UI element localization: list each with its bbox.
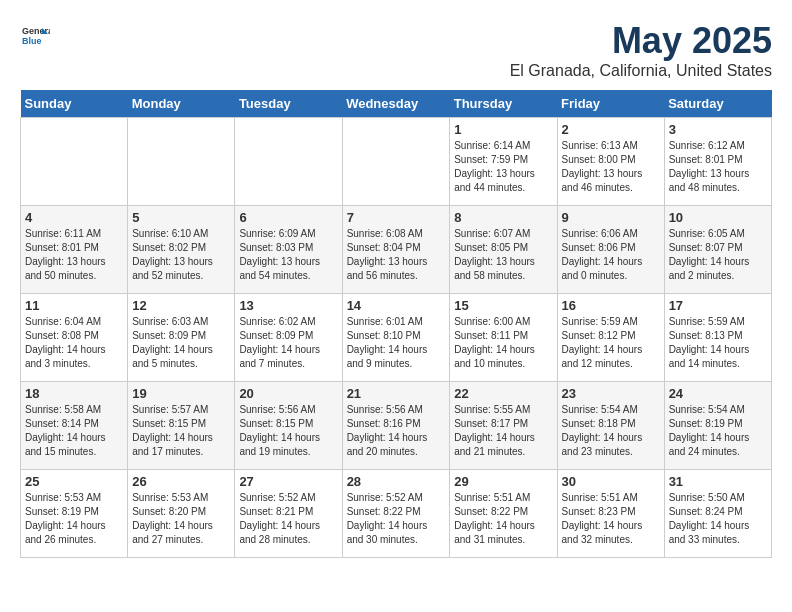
calendar-week-row: 1Sunrise: 6:14 AM Sunset: 7:59 PM Daylig…	[21, 118, 772, 206]
day-number: 11	[25, 298, 123, 313]
calendar-cell: 20Sunrise: 5:56 AM Sunset: 8:15 PM Dayli…	[235, 382, 342, 470]
day-detail: Sunrise: 5:52 AM Sunset: 8:21 PM Dayligh…	[239, 492, 320, 545]
day-number: 26	[132, 474, 230, 489]
day-detail: Sunrise: 6:08 AM Sunset: 8:04 PM Dayligh…	[347, 228, 428, 281]
calendar-cell	[342, 118, 450, 206]
calendar-cell: 14Sunrise: 6:01 AM Sunset: 8:10 PM Dayli…	[342, 294, 450, 382]
day-number: 28	[347, 474, 446, 489]
day-number: 5	[132, 210, 230, 225]
calendar-day-header: Wednesday	[342, 90, 450, 118]
calendar-cell: 1Sunrise: 6:14 AM Sunset: 7:59 PM Daylig…	[450, 118, 557, 206]
calendar-cell: 25Sunrise: 5:53 AM Sunset: 8:19 PM Dayli…	[21, 470, 128, 558]
day-detail: Sunrise: 6:09 AM Sunset: 8:03 PM Dayligh…	[239, 228, 320, 281]
calendar-cell: 28Sunrise: 5:52 AM Sunset: 8:22 PM Dayli…	[342, 470, 450, 558]
calendar-cell: 31Sunrise: 5:50 AM Sunset: 8:24 PM Dayli…	[664, 470, 771, 558]
day-detail: Sunrise: 6:14 AM Sunset: 7:59 PM Dayligh…	[454, 140, 535, 193]
logo-icon: General Blue	[20, 20, 50, 50]
calendar-day-header: Tuesday	[235, 90, 342, 118]
calendar-cell: 15Sunrise: 6:00 AM Sunset: 8:11 PM Dayli…	[450, 294, 557, 382]
day-detail: Sunrise: 6:02 AM Sunset: 8:09 PM Dayligh…	[239, 316, 320, 369]
calendar-cell: 12Sunrise: 6:03 AM Sunset: 8:09 PM Dayli…	[128, 294, 235, 382]
calendar-day-header: Sunday	[21, 90, 128, 118]
calendar-table: SundayMondayTuesdayWednesdayThursdayFrid…	[20, 90, 772, 558]
day-detail: Sunrise: 6:03 AM Sunset: 8:09 PM Dayligh…	[132, 316, 213, 369]
day-detail: Sunrise: 6:04 AM Sunset: 8:08 PM Dayligh…	[25, 316, 106, 369]
calendar-cell: 5Sunrise: 6:10 AM Sunset: 8:02 PM Daylig…	[128, 206, 235, 294]
title-area: May 2025 El Granada, California, United …	[510, 20, 772, 80]
day-detail: Sunrise: 5:56 AM Sunset: 8:15 PM Dayligh…	[239, 404, 320, 457]
calendar-day-header: Thursday	[450, 90, 557, 118]
day-detail: Sunrise: 5:57 AM Sunset: 8:15 PM Dayligh…	[132, 404, 213, 457]
day-number: 9	[562, 210, 660, 225]
day-detail: Sunrise: 5:59 AM Sunset: 8:12 PM Dayligh…	[562, 316, 643, 369]
day-number: 18	[25, 386, 123, 401]
calendar-week-row: 25Sunrise: 5:53 AM Sunset: 8:19 PM Dayli…	[21, 470, 772, 558]
day-number: 30	[562, 474, 660, 489]
day-detail: Sunrise: 5:53 AM Sunset: 8:19 PM Dayligh…	[25, 492, 106, 545]
day-number: 27	[239, 474, 337, 489]
calendar-cell: 26Sunrise: 5:53 AM Sunset: 8:20 PM Dayli…	[128, 470, 235, 558]
calendar-cell: 23Sunrise: 5:54 AM Sunset: 8:18 PM Dayli…	[557, 382, 664, 470]
calendar-cell: 6Sunrise: 6:09 AM Sunset: 8:03 PM Daylig…	[235, 206, 342, 294]
day-number: 6	[239, 210, 337, 225]
calendar-cell	[128, 118, 235, 206]
calendar-day-header: Monday	[128, 90, 235, 118]
calendar-week-row: 18Sunrise: 5:58 AM Sunset: 8:14 PM Dayli…	[21, 382, 772, 470]
day-detail: Sunrise: 6:13 AM Sunset: 8:00 PM Dayligh…	[562, 140, 643, 193]
day-number: 29	[454, 474, 552, 489]
day-detail: Sunrise: 6:12 AM Sunset: 8:01 PM Dayligh…	[669, 140, 750, 193]
svg-text:Blue: Blue	[22, 36, 42, 46]
day-number: 7	[347, 210, 446, 225]
day-detail: Sunrise: 6:10 AM Sunset: 8:02 PM Dayligh…	[132, 228, 213, 281]
day-number: 14	[347, 298, 446, 313]
calendar-cell: 18Sunrise: 5:58 AM Sunset: 8:14 PM Dayli…	[21, 382, 128, 470]
page-header: General Blue May 2025 El Granada, Califo…	[20, 20, 772, 80]
day-number: 4	[25, 210, 123, 225]
calendar-day-header: Saturday	[664, 90, 771, 118]
day-detail: Sunrise: 5:54 AM Sunset: 8:18 PM Dayligh…	[562, 404, 643, 457]
calendar-cell: 3Sunrise: 6:12 AM Sunset: 8:01 PM Daylig…	[664, 118, 771, 206]
calendar-week-row: 4Sunrise: 6:11 AM Sunset: 8:01 PM Daylig…	[21, 206, 772, 294]
page-title: May 2025	[510, 20, 772, 62]
calendar-cell: 10Sunrise: 6:05 AM Sunset: 8:07 PM Dayli…	[664, 206, 771, 294]
day-number: 8	[454, 210, 552, 225]
calendar-cell: 27Sunrise: 5:52 AM Sunset: 8:21 PM Dayli…	[235, 470, 342, 558]
day-detail: Sunrise: 5:52 AM Sunset: 8:22 PM Dayligh…	[347, 492, 428, 545]
day-number: 23	[562, 386, 660, 401]
day-number: 13	[239, 298, 337, 313]
calendar-header-row: SundayMondayTuesdayWednesdayThursdayFrid…	[21, 90, 772, 118]
calendar-cell: 13Sunrise: 6:02 AM Sunset: 8:09 PM Dayli…	[235, 294, 342, 382]
day-detail: Sunrise: 5:58 AM Sunset: 8:14 PM Dayligh…	[25, 404, 106, 457]
day-number: 17	[669, 298, 767, 313]
calendar-cell: 29Sunrise: 5:51 AM Sunset: 8:22 PM Dayli…	[450, 470, 557, 558]
day-detail: Sunrise: 5:59 AM Sunset: 8:13 PM Dayligh…	[669, 316, 750, 369]
calendar-cell: 16Sunrise: 5:59 AM Sunset: 8:12 PM Dayli…	[557, 294, 664, 382]
svg-text:General: General	[22, 26, 50, 36]
calendar-cell: 9Sunrise: 6:06 AM Sunset: 8:06 PM Daylig…	[557, 206, 664, 294]
calendar-cell: 2Sunrise: 6:13 AM Sunset: 8:00 PM Daylig…	[557, 118, 664, 206]
day-number: 19	[132, 386, 230, 401]
day-detail: Sunrise: 5:51 AM Sunset: 8:23 PM Dayligh…	[562, 492, 643, 545]
calendar-cell: 24Sunrise: 5:54 AM Sunset: 8:19 PM Dayli…	[664, 382, 771, 470]
calendar-cell: 8Sunrise: 6:07 AM Sunset: 8:05 PM Daylig…	[450, 206, 557, 294]
day-detail: Sunrise: 6:11 AM Sunset: 8:01 PM Dayligh…	[25, 228, 106, 281]
day-detail: Sunrise: 6:00 AM Sunset: 8:11 PM Dayligh…	[454, 316, 535, 369]
day-detail: Sunrise: 5:53 AM Sunset: 8:20 PM Dayligh…	[132, 492, 213, 545]
calendar-cell: 7Sunrise: 6:08 AM Sunset: 8:04 PM Daylig…	[342, 206, 450, 294]
calendar-cell	[21, 118, 128, 206]
day-number: 2	[562, 122, 660, 137]
page-subtitle: El Granada, California, United States	[510, 62, 772, 80]
day-number: 25	[25, 474, 123, 489]
day-detail: Sunrise: 6:05 AM Sunset: 8:07 PM Dayligh…	[669, 228, 750, 281]
day-number: 31	[669, 474, 767, 489]
day-detail: Sunrise: 5:51 AM Sunset: 8:22 PM Dayligh…	[454, 492, 535, 545]
calendar-cell	[235, 118, 342, 206]
day-detail: Sunrise: 6:07 AM Sunset: 8:05 PM Dayligh…	[454, 228, 535, 281]
day-number: 15	[454, 298, 552, 313]
day-number: 10	[669, 210, 767, 225]
day-number: 21	[347, 386, 446, 401]
day-number: 24	[669, 386, 767, 401]
day-detail: Sunrise: 6:01 AM Sunset: 8:10 PM Dayligh…	[347, 316, 428, 369]
logo: General Blue	[20, 20, 54, 50]
day-detail: Sunrise: 6:06 AM Sunset: 8:06 PM Dayligh…	[562, 228, 643, 281]
